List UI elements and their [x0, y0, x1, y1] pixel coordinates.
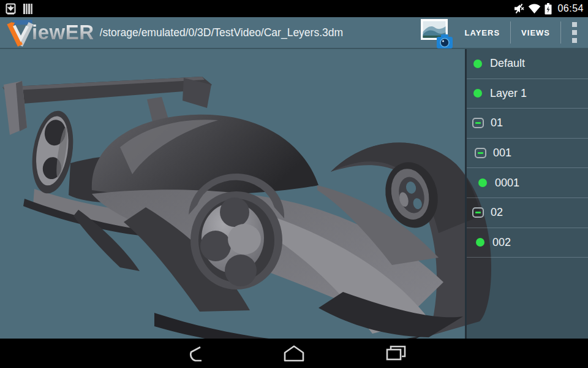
layer-label: Default — [490, 57, 525, 70]
screenshot-camera-icon — [419, 17, 453, 49]
app-logo: iewER — [0, 18, 94, 47]
layer-row-002[interactable]: 002 — [467, 228, 588, 258]
battery-charging-icon — [545, 3, 552, 15]
layer-visibility-toggle[interactable] — [475, 148, 486, 158]
layer-visibility-toggle[interactable] — [472, 207, 484, 218]
layer-row-001[interactable]: 001 — [467, 139, 588, 169]
app-bars-icon — [23, 3, 32, 15]
status-bar: 06:54 — [0, 0, 588, 17]
menu-item-views[interactable]: VIEWS — [511, 17, 560, 48]
viewer-triangle-logo-icon — [5, 18, 34, 47]
android-nav-bar — [0, 339, 588, 368]
layer-visibility-toggle[interactable] — [473, 59, 482, 68]
home-button[interactable] — [282, 343, 306, 363]
clock: 06:54 — [556, 3, 586, 14]
layer-visibility-toggle[interactable] — [476, 238, 484, 247]
open-file-path: /storage/emulated/0/3D/TestVideo/Car_Ley… — [100, 26, 419, 39]
layer-row-layer1[interactable]: Layer 1 — [467, 79, 588, 109]
mute-icon — [513, 3, 524, 14]
overflow-menu-icon[interactable] — [561, 17, 588, 48]
home-icon — [282, 345, 306, 362]
status-system-icons: 06:54 — [513, 3, 588, 15]
layer-row-0001[interactable]: 0001 — [467, 168, 588, 198]
layer-label: 0001 — [495, 177, 519, 190]
layer-label: 001 — [493, 147, 511, 159]
app-name: iewER — [32, 21, 94, 44]
viewer-app-screen: 06:54 iewER /storage/emulated/0/3D/TestV… — [0, 0, 588, 368]
status-notification-icons — [0, 3, 32, 15]
recents-button[interactable] — [384, 343, 407, 363]
wifi-icon — [528, 4, 541, 14]
layers-panel: Default Layer 1 01 001 0001 02 002 — [465, 49, 588, 339]
layer-visibility-toggle[interactable] — [472, 118, 484, 128]
recents-icon — [385, 345, 407, 362]
layer-label: 02 — [491, 206, 503, 219]
layer-row-01[interactable]: 01 — [467, 109, 588, 139]
layer-row-02[interactable]: 02 — [467, 198, 588, 228]
layer-visibility-toggle[interactable] — [478, 178, 487, 187]
layer-visibility-toggle[interactable] — [473, 89, 482, 98]
back-button[interactable] — [181, 343, 204, 363]
layer-label: 002 — [492, 236, 511, 249]
layer-label: 01 — [491, 117, 503, 129]
action-bar: iewER /storage/emulated/0/3D/TestVideo/C… — [0, 17, 588, 49]
menu-item-layers[interactable]: LAYERS — [454, 17, 511, 48]
screenshot-button[interactable] — [419, 17, 454, 48]
back-icon — [181, 344, 203, 362]
download-icon — [6, 3, 16, 15]
layer-label: Layer 1 — [490, 87, 527, 100]
layer-row-default[interactable]: Default — [467, 49, 588, 79]
